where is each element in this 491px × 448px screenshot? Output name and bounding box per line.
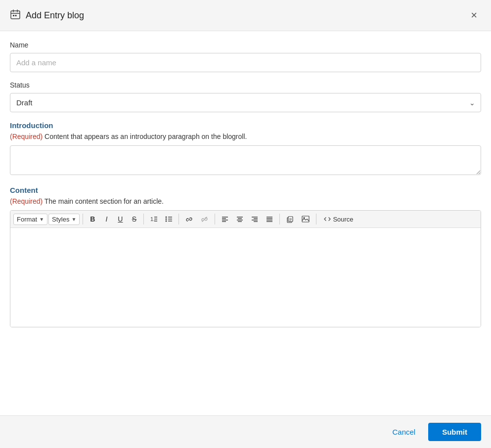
align-right-button[interactable] [248,213,262,225]
bold-button[interactable]: B [86,213,99,225]
source-button[interactable]: Source [319,214,357,225]
align-justify-icon [266,216,273,222]
styles-chevron-icon: ▼ [71,217,76,222]
unlink-icon [201,216,208,223]
svg-point-12 [166,221,167,222]
sep-4 [215,214,215,224]
italic-button[interactable]: I [100,213,113,225]
unordered-list-button[interactable] [162,213,176,225]
insert-image-icon [302,216,310,223]
content-title: Content [10,186,481,194]
cancel-button[interactable]: Cancel [384,424,423,440]
content-required: (Required) [10,197,43,205]
ordered-list-icon: 1. [150,216,157,223]
unordered-list-icon [165,216,172,223]
sep-1 [83,214,83,224]
styles-dropdown[interactable]: Styles ▼ [48,214,80,225]
align-right-icon [251,216,258,222]
source-label: Source [333,216,353,223]
svg-point-11 [166,219,167,220]
source-icon [324,216,331,222]
editor-toolbar: Format ▼ Styles ▼ B I U [10,211,481,228]
sep-6 [316,214,316,224]
paste-text-icon [286,216,294,223]
name-label: Name [10,41,481,49]
link-icon [185,216,193,223]
introduction-description: (Required) Content that appears as an in… [10,133,481,140]
name-input[interactable] [10,53,481,72]
introduction-description-text: Content that appears as an introductory … [43,133,247,140]
align-left-button[interactable] [218,213,232,225]
underline-label: U [118,215,123,223]
align-center-icon [236,216,243,222]
submit-button[interactable]: Submit [428,423,481,441]
status-label: Status [10,81,481,89]
dialog-footer: Cancel Submit [0,415,491,448]
editor-container: Format ▼ Styles ▼ B I U [10,210,481,327]
introduction-field-group: Introduction (Required) Content that app… [10,121,481,177]
underline-button[interactable]: U [114,213,127,225]
dialog-body: Name Status Draft Published Archived ⌄ I… [0,31,491,415]
svg-point-10 [166,217,167,218]
content-field-group: Content (Required) The main content sect… [10,186,481,327]
link-button[interactable] [182,213,196,225]
svg-rect-5 [15,15,17,16]
introduction-textarea[interactable] [10,145,481,175]
svg-rect-4 [13,15,14,16]
introduction-required: (Required) [10,133,43,140]
insert-image-button[interactable] [298,213,313,225]
bold-label: B [90,215,95,223]
styles-label: Styles [52,216,69,223]
format-label: Format [17,216,37,223]
paste-text-button[interactable] [283,213,297,225]
align-left-icon [222,216,228,222]
calendar-icon [10,9,21,22]
ordered-list-button[interactable]: 1. [147,213,161,225]
italic-label: I [105,215,107,223]
status-field-group: Status Draft Published Archived ⌄ [10,81,481,112]
svg-rect-38 [302,216,309,222]
introduction-title: Introduction [10,121,481,130]
editor-body[interactable] [10,228,481,327]
strikethrough-button[interactable]: S [128,213,140,225]
format-dropdown[interactable]: Format ▼ [13,214,47,225]
dialog-title: Add Entry blog [26,10,84,21]
sep-3 [179,214,179,224]
svg-line-16 [202,217,207,222]
unlink-button[interactable] [197,213,212,225]
status-select[interactable]: Draft Published Archived [10,93,481,112]
sep-2 [143,214,144,224]
content-description: (Required) The main content section for … [10,197,481,205]
content-description-text: The main content section for an article. [43,197,164,205]
format-chevron-icon: ▼ [39,217,44,222]
svg-text:1.: 1. [150,216,155,222]
align-justify-button[interactable] [263,213,276,225]
status-select-wrapper: Draft Published Archived ⌄ [10,93,481,112]
align-center-button[interactable] [233,213,247,225]
add-entry-dialog: Add Entry blog × Name Status Draft Publi… [0,0,491,448]
strikethrough-label: S [132,215,136,223]
dialog-header: Add Entry blog × [0,0,491,31]
title-area: Add Entry blog [10,9,84,22]
name-field-group: Name [10,41,481,72]
sep-5 [279,214,280,224]
close-button[interactable]: × [467,8,481,23]
